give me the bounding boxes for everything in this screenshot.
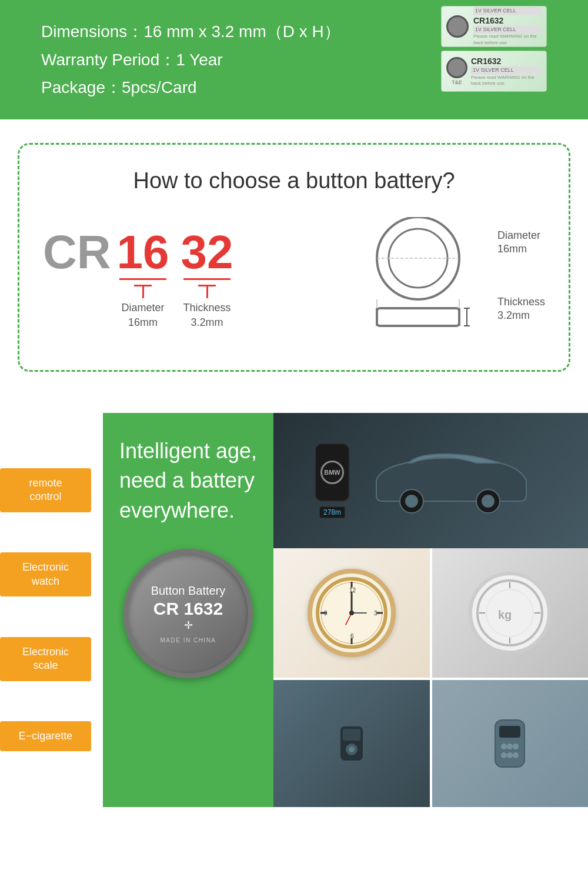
battery-model-label2: CR1632 xyxy=(471,56,542,66)
silver-cell-label: 1V SILVER CELL xyxy=(473,7,542,15)
battery-diagram: Diameter 16mm Thickness 3.2mm xyxy=(350,217,545,341)
silver-cell-label2: 1V SILVER CELL xyxy=(473,26,542,34)
cr-label-2: Thickness 3.2mm xyxy=(183,301,231,330)
battery-button-label: Button Battery xyxy=(151,582,226,599)
right-images: BMW 278m xyxy=(273,413,588,807)
center-green-panel: Intelligent age, need a battery everywhe… xyxy=(103,413,273,807)
cr-number-2: 32 xyxy=(181,229,233,276)
car-key-fob: BMW xyxy=(315,443,350,502)
svg-rect-37 xyxy=(343,729,360,741)
battery-svg xyxy=(350,217,486,341)
scale-image: kg xyxy=(432,548,589,678)
plus-icon: ✛ xyxy=(184,619,193,632)
use-label-watch: Electronicwatch xyxy=(0,552,91,596)
battery-circle-icon xyxy=(446,15,469,38)
watch-illus: 12 6 9 3 xyxy=(308,569,396,657)
svg-point-47 xyxy=(507,752,513,758)
cr-underline-2 xyxy=(183,278,230,280)
cr-number-1: 16 xyxy=(117,229,169,276)
cr-t-marker-1 xyxy=(134,285,152,298)
remote-svg xyxy=(480,714,539,773)
car-key-illus: BMW 278m xyxy=(315,443,547,518)
battery-made-label: MADE IN CHINA xyxy=(160,635,216,644)
scale-svg: kg xyxy=(475,578,545,648)
silver-cell-label3: 1V SILVER CELL xyxy=(471,66,542,75)
choose-content: CR 16 Diameter 16mm xyxy=(43,223,545,341)
car-key-image: BMW 278m xyxy=(273,413,588,548)
cr-numbers: 16 Diameter 16mm 32 xyxy=(117,229,233,330)
dashed-box: How to choose a button battery? CR 16 Di… xyxy=(18,143,570,372)
t-vertical-2 xyxy=(206,286,208,298)
right-bottom-row2 xyxy=(273,678,588,807)
top-section: Dimensions：16 mm x 3.2 mm（D x H） Warrant… xyxy=(0,0,588,119)
center-text: Intelligent age, need a battery everywhe… xyxy=(119,436,257,525)
te-brand: T&E xyxy=(452,79,462,85)
svg-text:6: 6 xyxy=(350,633,354,639)
svg-point-42 xyxy=(501,744,507,749)
battery-button-image: Button Battery CR 1632 ✛ MADE IN CHINA xyxy=(123,549,253,678)
key-display: 278m xyxy=(319,506,345,518)
svg-rect-41 xyxy=(499,726,520,738)
svg-text:9: 9 xyxy=(324,610,328,616)
svg-point-28 xyxy=(349,611,354,615)
battery-button-model: CR 1632 xyxy=(153,599,223,619)
svg-point-43 xyxy=(513,744,519,749)
diagram-label-diameter: Diameter 16mm xyxy=(497,229,545,256)
choose-title: How to choose a button battery? xyxy=(43,168,545,194)
svg-text:3: 3 xyxy=(374,610,377,616)
svg-point-14 xyxy=(482,495,494,507)
svg-point-46 xyxy=(507,744,513,749)
svg-point-39 xyxy=(349,746,355,752)
dimensions-text: Dimensions：16 mm x 3.2 mm（D x H） xyxy=(41,18,340,46)
svg-rect-3 xyxy=(377,308,459,326)
labels-column: remotecontrol Electronicwatch Electronic… xyxy=(0,413,103,807)
battery-diagram-svg xyxy=(350,217,486,341)
watch-svg: 12 6 9 3 xyxy=(313,575,390,651)
use-cases-section: remotecontrol Electronicwatch Electronic… xyxy=(0,395,588,807)
key-logo-text: BMW xyxy=(324,469,340,476)
use-label-ecig: E−cigarette xyxy=(0,721,91,751)
warning-text: Please read WARNING on the back before u… xyxy=(473,34,542,46)
package-text: Package：5pcs/Card xyxy=(41,74,340,102)
diagram-label-thickness: Thickness 3.2mm xyxy=(497,295,545,323)
svg-point-45 xyxy=(513,752,519,758)
cr-underline-1 xyxy=(119,278,166,280)
use-label-remote: remotecontrol xyxy=(0,468,91,512)
battery-circle-icon2 xyxy=(446,57,467,78)
use-label-scale: Electronicscale xyxy=(0,637,91,681)
t-vertical-1 xyxy=(142,286,144,298)
image-bottom-right xyxy=(432,680,589,807)
cr-t-marker-2 xyxy=(198,285,216,298)
cr-label-1: Diameter 16mm xyxy=(122,301,165,330)
warning-text2: Please read WARNING on the back before u… xyxy=(471,75,542,87)
svg-text:kg: kg xyxy=(498,608,512,621)
watch-image: 12 6 9 3 xyxy=(273,548,432,678)
battery-card-1: 1V SILVER CELL CR1632 1V SILVER CELL Ple… xyxy=(441,6,547,47)
product-info: Dimensions：16 mm x 3.2 mm（D x H） Warrant… xyxy=(41,12,340,102)
svg-text:12: 12 xyxy=(349,587,356,594)
product-images: 1V SILVER CELL CR1632 1V SILVER CELL Ple… xyxy=(441,6,547,92)
battery-model-label: CR1632 xyxy=(473,15,542,26)
diagram-labels: Diameter 16mm Thickness 3.2mm xyxy=(497,217,545,335)
choose-section: How to choose a button battery? CR 16 Di… xyxy=(0,119,588,395)
scale-illus: kg xyxy=(469,572,551,654)
image-bottom-left xyxy=(273,680,432,807)
cr-num-block-2: 32 Thickness 3.2mm xyxy=(181,229,233,330)
cr-num-block-1: 16 Diameter 16mm xyxy=(117,229,169,330)
svg-point-44 xyxy=(501,752,507,758)
right-bottom-row1: 12 6 9 3 xyxy=(273,548,588,678)
key-logo: BMW xyxy=(320,461,344,484)
car-silhouette-svg xyxy=(359,445,547,516)
warranty-text: Warranty Period：1 Year xyxy=(41,46,340,74)
cr-naming: CR 16 Diameter 16mm xyxy=(43,223,350,330)
svg-point-12 xyxy=(406,495,417,507)
battery-card-2: T&E CR1632 1V SILVER CELL Please read WA… xyxy=(441,51,547,92)
ecig-svg xyxy=(322,714,381,773)
cr-text: CR xyxy=(43,229,111,276)
